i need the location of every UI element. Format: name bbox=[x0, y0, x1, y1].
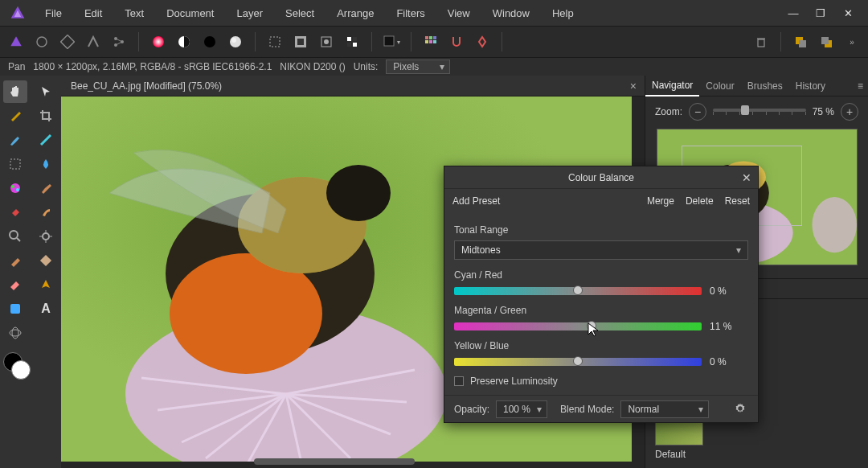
svg-rect-35 bbox=[799, 40, 806, 47]
svg-point-3 bbox=[37, 37, 47, 47]
selection-rect-icon[interactable] bbox=[264, 31, 286, 53]
tab-history[interactable]: History bbox=[789, 76, 832, 96]
dialog-title-bar[interactable]: Colour Balance ✕ bbox=[444, 166, 758, 189]
svg-rect-20 bbox=[347, 37, 351, 41]
zoom-slider[interactable] bbox=[713, 109, 806, 112]
overflow-icon[interactable]: » bbox=[841, 31, 863, 53]
horizontal-scrollbar[interactable] bbox=[254, 458, 415, 465]
menu-view[interactable]: View bbox=[436, 2, 481, 24]
dialog-close-icon[interactable]: ✕ bbox=[742, 171, 751, 184]
brush-tool-icon[interactable] bbox=[3, 129, 27, 151]
svg-rect-27 bbox=[429, 36, 432, 39]
quick-mask-icon[interactable] bbox=[315, 31, 338, 53]
svg-rect-28 bbox=[433, 36, 436, 39]
persona-photo-icon[interactable] bbox=[5, 31, 27, 53]
merge-button[interactable]: Merge bbox=[647, 195, 674, 207]
add-preset-button[interactable]: Add Preset bbox=[452, 195, 500, 207]
split-view-icon[interactable] bbox=[173, 31, 195, 53]
text-tool-icon[interactable]: A bbox=[34, 298, 58, 320]
svg-rect-22 bbox=[347, 43, 351, 47]
maximize-button[interactable]: ❐ bbox=[810, 3, 831, 23]
crop-tool-icon[interactable] bbox=[34, 105, 58, 127]
marquee-tool-icon[interactable] bbox=[3, 153, 27, 175]
refine-icon[interactable] bbox=[341, 31, 363, 53]
cyan-red-slider[interactable] bbox=[454, 287, 702, 295]
delete-button[interactable]: Delete bbox=[686, 195, 714, 207]
gradient-tool-icon[interactable] bbox=[34, 129, 58, 151]
tab-colour[interactable]: Colour bbox=[699, 76, 740, 96]
svg-rect-32 bbox=[758, 39, 764, 47]
menu-arrange[interactable]: Arrange bbox=[326, 2, 385, 24]
snap-icon[interactable] bbox=[445, 31, 468, 53]
persona-tone-icon[interactable] bbox=[82, 31, 104, 53]
pan-tool-icon[interactable] bbox=[3, 80, 27, 103]
close-document-icon[interactable]: × bbox=[630, 80, 637, 92]
arrange-front-icon[interactable] bbox=[789, 31, 812, 53]
persona-develop-icon[interactable] bbox=[56, 31, 79, 53]
shape-tool-icon[interactable] bbox=[3, 298, 27, 320]
units-select[interactable]: Pixels bbox=[386, 60, 450, 74]
menu-help[interactable]: Help bbox=[541, 2, 585, 24]
swatch-dropdown-icon[interactable]: ▾ bbox=[380, 31, 403, 53]
zoom-in-button[interactable]: + bbox=[841, 103, 858, 121]
gear-icon[interactable] bbox=[734, 402, 748, 417]
arrange-back-icon[interactable] bbox=[815, 31, 837, 53]
yellow-blue-label: Yellow / Blue bbox=[454, 340, 748, 351]
move-tool-icon[interactable] bbox=[34, 80, 58, 103]
pen-tool-icon[interactable] bbox=[3, 105, 27, 127]
persona-liquify-icon[interactable] bbox=[31, 31, 53, 53]
trash-icon[interactable] bbox=[750, 31, 772, 53]
svg-point-10 bbox=[153, 36, 164, 47]
paint-brush-icon[interactable] bbox=[34, 177, 58, 199]
panel-menu-icon[interactable]: ≡ bbox=[858, 80, 863, 92]
minimize-button[interactable]: — bbox=[783, 3, 804, 23]
close-button[interactable]: ✕ bbox=[837, 3, 858, 23]
opacity-select[interactable]: 100 % bbox=[496, 400, 547, 418]
menu-text[interactable]: Text bbox=[113, 2, 155, 24]
colour-picker-icon[interactable] bbox=[147, 31, 170, 53]
preserve-luminosity-checkbox[interactable] bbox=[454, 376, 464, 386]
tab-navigator[interactable]: Navigator bbox=[645, 76, 699, 96]
eraser-tool-icon[interactable] bbox=[3, 273, 27, 296]
tab-brushes[interactable]: Brushes bbox=[741, 76, 789, 96]
assistant-icon[interactable] bbox=[471, 31, 493, 53]
colour-swatches[interactable] bbox=[0, 349, 31, 384]
sphere-icon[interactable] bbox=[224, 31, 247, 53]
menu-file[interactable]: File bbox=[34, 2, 73, 24]
menu-filters[interactable]: Filters bbox=[385, 2, 436, 24]
colour-balance-dialog: Colour Balance ✕ Add Preset Merge Delete… bbox=[444, 166, 759, 423]
menu-edit[interactable]: Edit bbox=[73, 2, 113, 24]
menu-window[interactable]: Window bbox=[481, 2, 541, 24]
menu-document[interactable]: Document bbox=[155, 2, 225, 24]
foreground-swatch[interactable] bbox=[11, 360, 31, 380]
flood-tool-icon[interactable] bbox=[34, 153, 58, 175]
selection-invert-icon[interactable] bbox=[289, 31, 312, 53]
yellow-blue-slider[interactable] bbox=[454, 358, 702, 366]
zoom-tool-icon[interactable] bbox=[3, 225, 27, 248]
svg-rect-52 bbox=[40, 255, 51, 266]
heal-tool-icon[interactable] bbox=[34, 249, 58, 272]
smudge-tool-icon[interactable] bbox=[34, 201, 58, 224]
magenta-green-slider[interactable] bbox=[454, 322, 702, 330]
svg-point-45 bbox=[10, 330, 21, 336]
svg-rect-23 bbox=[353, 43, 357, 47]
fill-tool-icon[interactable] bbox=[3, 201, 27, 224]
zoom-out-button[interactable]: − bbox=[689, 103, 706, 121]
grid-icon[interactable] bbox=[420, 31, 442, 53]
menu-layer[interactable]: Layer bbox=[225, 2, 274, 24]
camera-info: NIKON D200 () bbox=[280, 61, 345, 72]
document-tab[interactable]: Bee_CU_AA.jpg [Modified] (75.0%) × bbox=[61, 76, 645, 96]
blend-mode-select[interactable]: Normal bbox=[620, 400, 709, 418]
clone-tool-icon[interactable] bbox=[3, 249, 27, 272]
colour-wheel-icon[interactable] bbox=[199, 31, 221, 53]
mesh-tool-icon[interactable] bbox=[3, 322, 27, 344]
dialog-footer: Opacity: 100 % Blend Mode: Normal bbox=[444, 395, 758, 422]
adjustment-tool-icon[interactable] bbox=[3, 177, 27, 199]
picker-tool-icon[interactable] bbox=[34, 225, 58, 248]
menu-select[interactable]: Select bbox=[274, 2, 326, 24]
tonal-range-select[interactable]: Midtones bbox=[454, 240, 748, 260]
persona-export-icon[interactable] bbox=[108, 31, 130, 53]
reset-button[interactable]: Reset bbox=[725, 195, 750, 207]
vector-pen-icon[interactable] bbox=[34, 273, 58, 296]
window-controls: — ❐ ✕ bbox=[783, 3, 858, 23]
